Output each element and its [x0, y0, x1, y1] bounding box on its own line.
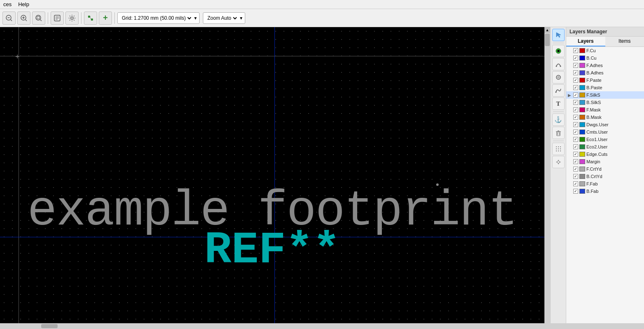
- layer-checkbox[interactable]: ✓: [573, 130, 578, 134]
- layer-item[interactable]: ✓F.Mask: [566, 106, 644, 114]
- crosshair-vertical: [19, 27, 19, 323]
- layer-item[interactable]: ✓B.Cu: [566, 54, 644, 62]
- layer-checkbox[interactable]: ✓: [573, 115, 578, 120]
- svg-point-36: [556, 151, 557, 151]
- layer-checkbox[interactable]: ✓: [573, 144, 578, 149]
- layer-name-label: B.Cu: [586, 56, 642, 60]
- layer-checkbox[interactable]: ✓: [573, 159, 578, 164]
- layer-item[interactable]: ✓F.Paste: [566, 76, 644, 84]
- layer-item[interactable]: ✓B.Fab: [566, 188, 644, 195]
- layer-item[interactable]: ✓B.Mask: [566, 114, 644, 121]
- circle-tool-button[interactable]: [552, 71, 565, 83]
- layer-checkbox[interactable]: ✓: [573, 63, 578, 68]
- layers-tabs: Layers Items: [566, 37, 644, 47]
- layer-name-label: F.CrtYd: [586, 167, 642, 171]
- layer-color-swatch: [579, 159, 585, 164]
- h-scroll-thumb[interactable]: [41, 324, 58, 328]
- vertical-scrollbar[interactable]: ▲: [544, 27, 550, 323]
- zoom-out-button[interactable]: [2, 12, 16, 25]
- zoom-in-button[interactable]: [17, 12, 30, 25]
- grid-tool-button[interactable]: [552, 143, 565, 155]
- layer-item[interactable]: ▶✓F.SilkS: [566, 91, 644, 99]
- layer-name-label: F.Mask: [586, 107, 642, 112]
- layer-item[interactable]: ✓Eco2.User: [566, 143, 644, 151]
- layer-checkbox[interactable]: ✓: [573, 78, 578, 83]
- layer-checkbox[interactable]: ✓: [573, 70, 578, 75]
- canvas-area[interactable]: + example footprint REF**: [0, 27, 544, 323]
- zoom-arrow-icon: ▾: [240, 15, 242, 21]
- layer-item[interactable]: ✓Margin: [566, 158, 644, 165]
- layer-checkbox[interactable]: ✓: [573, 167, 578, 171]
- layer-checkbox[interactable]: ✓: [573, 137, 578, 142]
- layer-item[interactable]: ✓Eco1.User: [566, 136, 644, 143]
- add-button[interactable]: +: [99, 12, 112, 25]
- horizontal-scrollbar[interactable]: [0, 323, 644, 329]
- layer-item[interactable]: ✓F.Fab: [566, 180, 644, 188]
- text-tool-button[interactable]: T: [552, 97, 565, 110]
- layer-checkbox[interactable]: ✓: [573, 100, 578, 105]
- tab-items[interactable]: Items: [605, 37, 644, 46]
- delete-tool-button[interactable]: [552, 127, 565, 139]
- svg-point-22: [556, 75, 560, 79]
- svg-rect-25: [557, 132, 560, 136]
- layer-checkbox[interactable]: ✓: [573, 152, 578, 157]
- layer-checkbox[interactable]: ✓: [573, 189, 578, 194]
- arc-tool-button[interactable]: [552, 58, 565, 70]
- select-tool-button[interactable]: [552, 29, 565, 41]
- menu-item-help[interactable]: Help: [18, 1, 29, 7]
- layer-item[interactable]: ✓B.CrtYd: [566, 173, 644, 180]
- zoom-select[interactable]: Zoom Auto 50% 100%: [206, 15, 238, 21]
- layer-checkbox[interactable]: ✓: [573, 48, 578, 53]
- layer-checkbox[interactable]: ✓: [573, 85, 578, 90]
- tab-layers[interactable]: Layers: [566, 37, 605, 46]
- svg-line-17: [90, 16, 91, 19]
- footprint-props-button[interactable]: [51, 12, 64, 25]
- layer-item[interactable]: ✓Dwgs.User: [566, 121, 644, 128]
- route-button[interactable]: [84, 12, 97, 25]
- layer-name-label: Edge.Cuts: [586, 152, 642, 157]
- tool-sep-1: [553, 43, 564, 43]
- layer-color-swatch: [579, 56, 585, 60]
- layer-name-label: F.Fab: [586, 181, 642, 186]
- layer-item[interactable]: ✓F.Cu: [566, 47, 644, 54]
- menubar: ces Help: [0, 0, 644, 9]
- layer-checkbox[interactable]: ✓: [573, 174, 578, 179]
- layer-checkbox[interactable]: ✓: [573, 56, 578, 60]
- layer-color-swatch: [579, 78, 585, 83]
- layer-item[interactable]: ✓B.SilkS: [566, 99, 644, 106]
- layer-item[interactable]: ✓B.Adhes: [566, 69, 644, 76]
- blue-line-vertical: [274, 27, 275, 323]
- svg-point-31: [558, 146, 559, 147]
- layer-name-label: B.Paste: [586, 85, 642, 90]
- menu-item-ces[interactable]: ces: [3, 1, 12, 7]
- extra-tool-button[interactable]: [552, 156, 565, 168]
- canvas-grid: [0, 27, 544, 323]
- zoom-dropdown[interactable]: Zoom Auto 50% 100% ▾: [203, 12, 245, 24]
- curve-tool-button[interactable]: [552, 84, 565, 97]
- layer-checkbox[interactable]: ✓: [573, 93, 578, 97]
- layer-item[interactable]: ✓B.Paste: [566, 84, 644, 91]
- layer-checkbox[interactable]: ✓: [573, 122, 578, 127]
- via-tool-button[interactable]: [552, 45, 565, 57]
- grid-select[interactable]: Grid: 1.2700 mm (50.00 mils) Grid: 0.635…: [120, 15, 193, 21]
- layer-name-label: B.Fab: [586, 189, 642, 194]
- layer-color-swatch: [579, 93, 585, 97]
- layer-item[interactable]: ✓Cmts.User: [566, 128, 644, 136]
- svg-point-20: [556, 66, 557, 67]
- layer-item[interactable]: ✓F.CrtYd: [566, 165, 644, 173]
- scroll-up-arrow[interactable]: ▲: [544, 27, 550, 33]
- layer-checkbox[interactable]: ✓: [573, 181, 578, 186]
- layer-checkbox[interactable]: ✓: [573, 107, 578, 112]
- layer-color-swatch: [579, 152, 585, 157]
- zoom-fit-button[interactable]: [32, 12, 45, 25]
- anchor-tool-button[interactable]: ⚓: [552, 114, 565, 126]
- layer-item[interactable]: ✓Edge.Cuts: [566, 151, 644, 158]
- layer-item[interactable]: ✓F.Adhes: [566, 62, 644, 69]
- scroll-thumb[interactable]: [545, 34, 550, 46]
- svg-rect-15: [88, 16, 90, 18]
- layer-name-label: F.Adhes: [586, 63, 642, 68]
- right-panel: ▲ T ⚓: [544, 27, 644, 323]
- layer-color-swatch: [579, 48, 585, 53]
- grid-dropdown[interactable]: Grid: 1.2700 mm (50.00 mils) Grid: 0.635…: [117, 12, 200, 24]
- settings-button[interactable]: [65, 12, 79, 25]
